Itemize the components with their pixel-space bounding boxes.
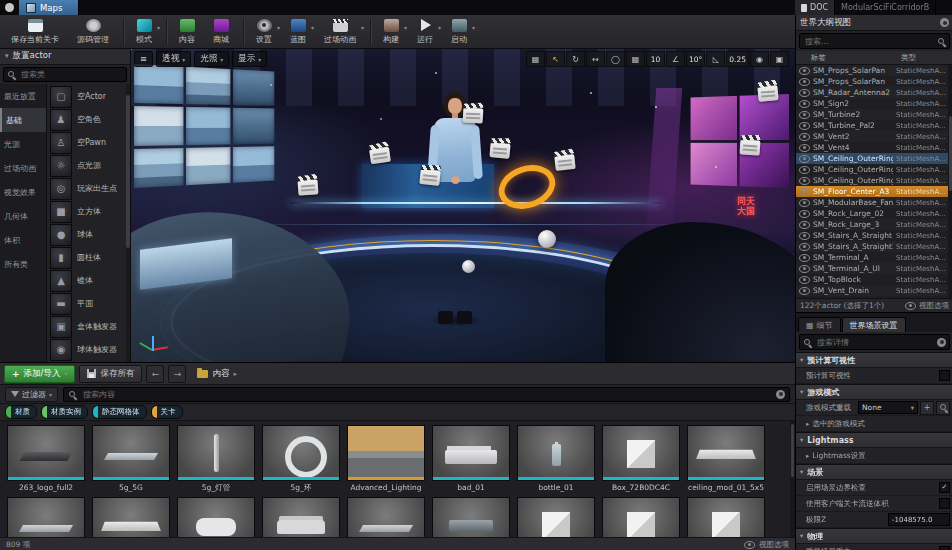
column-label[interactable]: 标签 — [811, 53, 901, 63]
number-field[interactable]: -1048575.0 — [888, 513, 950, 526]
place-category[interactable]: 过场动画 — [0, 156, 46, 180]
outliner-row[interactable]: SM_Vent4StaticMeshA... — [796, 142, 952, 153]
asset-card[interactable] — [6, 497, 86, 537]
asset-card[interactable] — [686, 497, 766, 537]
details-search-input[interactable] — [815, 337, 934, 348]
toolbar-button-launch[interactable]: 启动▾ — [444, 15, 476, 48]
tab-modular-scifi-corridor[interactable]: ModularSciFiCorridorB — [835, 0, 936, 15]
asset-card[interactable]: bottle_01 — [516, 425, 596, 493]
outliner-row[interactable]: SM_Sign2StaticMeshA... — [796, 98, 952, 109]
asset-card[interactable] — [516, 497, 596, 537]
visibility-eye-icon[interactable] — [799, 276, 810, 284]
asset-card[interactable] — [601, 497, 681, 537]
toolbar-button-content[interactable]: 内容 — [172, 15, 204, 48]
visibility-eye-icon[interactable] — [799, 232, 810, 240]
outliner-row[interactable]: SM_Ceiling_OuterRingStaticMeshA... — [796, 153, 952, 164]
place-item[interactable]: ◉球体触发器 — [50, 338, 123, 361]
filter-chip[interactable]: 材质实例 — [41, 405, 88, 419]
asset-card[interactable]: Advanced_Lighting — [346, 425, 426, 493]
place-category[interactable]: 最近放置 — [0, 84, 46, 108]
scene-3d[interactable]: 同天 大国 — [130, 48, 795, 362]
checkbox[interactable] — [939, 498, 950, 509]
outliner-row[interactable]: SM_Vent2StaticMeshA... — [796, 131, 952, 142]
details-settings-icon[interactable] — [937, 338, 946, 347]
viewport-menu-button[interactable]: ≡ — [134, 51, 153, 67]
perspective-dropdown[interactable]: 透视 ▾ — [156, 51, 191, 67]
asset-card[interactable] — [346, 497, 426, 537]
column-type[interactable]: 类型 — [901, 53, 952, 63]
visibility-eye-icon[interactable] — [799, 221, 810, 229]
place-item[interactable]: ♟空角色 — [50, 108, 123, 131]
place-actors-header[interactable]: ▾ 放置actor — [0, 48, 130, 65]
angle-snap-icon[interactable]: ∠ — [666, 51, 685, 67]
asset-card[interactable]: bad_01 — [431, 425, 511, 493]
place-item[interactable]: ▮圆柱体 — [50, 246, 123, 269]
forward-button[interactable]: → — [168, 365, 186, 383]
visibility-eye-icon[interactable] — [799, 254, 810, 262]
section-header[interactable]: ▾游戏模式 — [796, 384, 952, 400]
outliner-row[interactable]: SM_ModularBase_FanStaticMeshA... — [796, 197, 952, 208]
visibility-eye-icon[interactable] — [799, 67, 810, 75]
visibility-eye-icon[interactable] — [799, 78, 810, 86]
toolbar-button-modes[interactable]: 模式▾ — [129, 15, 161, 48]
visibility-eye-icon[interactable] — [799, 166, 810, 174]
visibility-eye-icon[interactable] — [799, 144, 810, 152]
visibility-eye-icon[interactable] — [799, 199, 810, 207]
save-all-button[interactable]: 保存所有 — [79, 365, 142, 383]
outliner-scrollbar[interactable] — [948, 65, 952, 298]
scale-tool-icon[interactable]: ↔ — [586, 51, 605, 67]
camera-speed-icon[interactable]: ◉ — [750, 51, 769, 67]
browse-icon[interactable] — [936, 401, 950, 415]
scale-snap-icon[interactable]: ◺ — [706, 51, 725, 67]
toolbar-button-blueprints[interactable]: 蓝图▾ — [283, 15, 315, 48]
place-item[interactable]: ■立方体 — [50, 200, 123, 223]
visibility-eye-icon[interactable] — [799, 188, 810, 196]
outliner-row[interactable]: SM_Terminal_A_UIStaticMeshA... — [796, 263, 952, 274]
place-category[interactable]: 所有类 — [0, 252, 46, 276]
rotate-tool-icon[interactable]: ↻ — [566, 51, 585, 67]
filter-chip[interactable]: 关卡 — [151, 405, 183, 419]
outliner-row[interactable]: SM_Floor_Center_A3StaticMeshA... — [796, 186, 952, 197]
back-button[interactable]: ← — [146, 365, 164, 383]
place-actors-search-input[interactable] — [19, 69, 123, 80]
outliner-row[interactable]: SM_Terminal_AStaticMeshA... — [796, 252, 952, 263]
outliner-row[interactable]: SM_Turbine2StaticMeshA... — [796, 109, 952, 120]
outliner-row[interactable]: SM_Props_SolarPanStaticMeshA... — [796, 76, 952, 87]
visibility-eye-icon[interactable] — [799, 243, 810, 251]
angle-snap-value[interactable]: 10° — [686, 51, 705, 67]
checkbox[interactable] — [939, 370, 950, 381]
place-items-scrollbar[interactable] — [126, 84, 130, 362]
breadcrumb[interactable]: 内容 ▸ — [190, 366, 244, 382]
add-icon[interactable]: + — [920, 401, 934, 415]
gamemode-override-select[interactable]: None▾ — [858, 401, 918, 414]
outliner-row[interactable]: SM_Props_SolarPanStaticMeshA... — [796, 65, 952, 76]
toolbar-button-build[interactable]: 构建▾ — [376, 15, 408, 48]
asset-card[interactable]: Box_72B0DC4C — [601, 425, 681, 493]
checkbox[interactable]: ✓ — [939, 482, 950, 493]
level-tab-maps[interactable]: Maps — [19, 0, 79, 15]
place-item[interactable]: ♙空Pawn — [50, 131, 123, 154]
place-item[interactable]: ●球体 — [50, 223, 123, 246]
visibility-eye-icon[interactable] — [799, 287, 810, 295]
show-dropdown[interactable]: 显示 ▾ — [232, 51, 267, 67]
content-view-options[interactable]: 视图选项 — [759, 540, 789, 550]
visibility-eye-icon[interactable] — [799, 111, 810, 119]
outliner-row[interactable]: SM_Vent_DrainStaticMeshA... — [796, 285, 952, 296]
place-category[interactable]: 光源 — [0, 132, 46, 156]
search-settings-icon[interactable] — [776, 390, 785, 399]
maximize-viewport-icon[interactable]: ▣ — [770, 51, 789, 67]
visibility-eye-icon[interactable] — [799, 210, 810, 218]
outliner-row[interactable]: SM_Rock_Large_3StaticMeshA... — [796, 219, 952, 230]
outliner-row[interactable]: SM_Stairs_A_StraightStaticMeshA... — [796, 230, 952, 241]
grid-snap-icon[interactable]: ▦ — [626, 51, 645, 67]
toolbar-button-play[interactable]: 运行▾ — [410, 15, 442, 48]
outliner-row[interactable]: SM_Ceiling_OuterRingStaticMeshA... — [796, 175, 952, 186]
move-tool-icon[interactable]: ↖ — [546, 51, 565, 67]
tab-details[interactable]: ▦ 细节 — [798, 317, 841, 332]
grid-snap-value[interactable]: 10 — [646, 51, 665, 67]
filter-chip[interactable]: 静态网格体 — [92, 405, 147, 419]
asset-card[interactable]: 5g_灯管 — [176, 425, 256, 493]
select-tool-icon[interactable]: ▦ — [526, 51, 545, 67]
place-item[interactable]: ▣盒体触发器 — [50, 315, 123, 338]
place-item[interactable]: ◎玩家出生点 — [50, 177, 123, 200]
